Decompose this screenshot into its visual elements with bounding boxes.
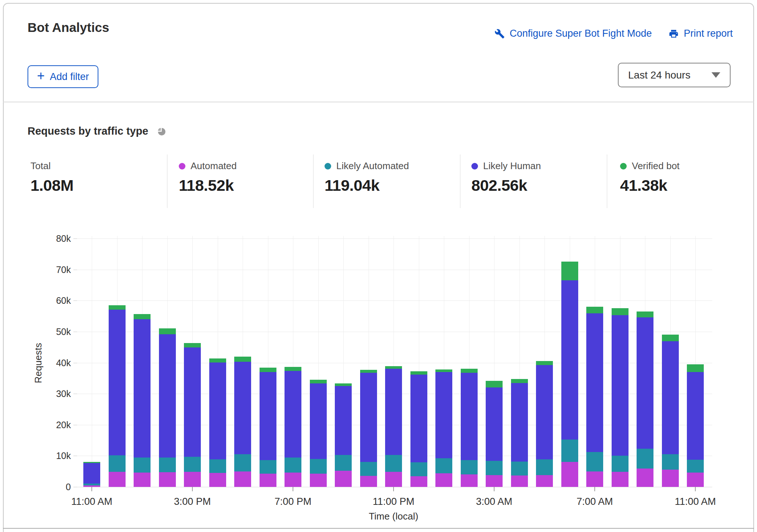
bar-segment-automated[interactable]	[360, 476, 377, 487]
bar-segment-verified-bot[interactable]	[184, 343, 201, 347]
chart-bar[interactable]	[687, 364, 704, 487]
chart-bar[interactable]	[234, 357, 251, 487]
bar-segment-automated[interactable]	[335, 471, 352, 487]
bar-segment-likely-automated[interactable]	[310, 459, 327, 474]
bar-segment-automated[interactable]	[310, 474, 327, 487]
bar-segment-automated[interactable]	[109, 472, 126, 487]
chart-bar[interactable]	[561, 262, 578, 487]
chart-bar[interactable]	[360, 370, 377, 487]
bar-segment-likely-automated[interactable]	[586, 452, 603, 471]
chart-bar[interactable]	[109, 305, 126, 487]
bar-segment-verified-bot[interactable]	[385, 366, 402, 369]
chart-bar[interactable]	[159, 328, 176, 487]
bar-segment-automated[interactable]	[687, 473, 704, 487]
bar-segment-likely-automated[interactable]	[184, 457, 201, 472]
chart-bar[interactable]	[83, 462, 100, 487]
chart-bar[interactable]	[461, 369, 478, 487]
bar-segment-likely-human[interactable]	[335, 386, 352, 455]
bar-segment-likely-automated[interactable]	[486, 461, 503, 475]
bar-segment-likely-human[interactable]	[687, 372, 704, 460]
bar-segment-likely-automated[interactable]	[687, 460, 704, 473]
bar-segment-automated[interactable]	[586, 471, 603, 487]
chart-bar[interactable]	[612, 308, 629, 487]
bar-segment-automated[interactable]	[385, 472, 402, 487]
bar-segment-likely-human[interactable]	[662, 341, 679, 454]
bar-segment-likely-human[interactable]	[486, 387, 503, 461]
bar-segment-verified-bot[interactable]	[586, 307, 603, 313]
bar-segment-likely-automated[interactable]	[234, 454, 251, 471]
bar-segment-likely-human[interactable]	[435, 372, 452, 458]
bar-segment-verified-bot[interactable]	[285, 367, 301, 371]
configure-super-bot-fight-mode-link[interactable]: Configure Super Bot Fight Mode	[495, 28, 652, 39]
bar-segment-verified-bot[interactable]	[234, 357, 251, 362]
bar-segment-verified-bot[interactable]	[662, 335, 679, 341]
bar-segment-verified-bot[interactable]	[335, 383, 352, 386]
bar-segment-likely-automated[interactable]	[260, 460, 276, 474]
bar-segment-automated[interactable]	[209, 473, 226, 487]
bar-segment-verified-bot[interactable]	[461, 369, 478, 372]
chart-bar[interactable]	[511, 379, 528, 487]
bar-segment-automated[interactable]	[461, 474, 478, 487]
time-range-select[interactable]: Last 24 hours	[618, 63, 731, 87]
bar-segment-automated[interactable]	[159, 472, 176, 487]
bar-segment-likely-human[interactable]	[234, 362, 251, 454]
chart-bar[interactable]	[335, 383, 352, 487]
bar-segment-likely-human[interactable]	[536, 365, 553, 459]
bar-segment-automated[interactable]	[486, 475, 503, 487]
bar-segment-likely-human[interactable]	[385, 369, 402, 455]
bar-segment-verified-bot[interactable]	[486, 381, 503, 387]
bar-segment-likely-human[interactable]	[83, 463, 100, 484]
bar-segment-likely-automated[interactable]	[134, 458, 151, 473]
bar-segment-automated[interactable]	[184, 472, 201, 487]
stat-likely-human[interactable]: Likely Human802.56k	[471, 160, 541, 194]
bar-segment-likely-human[interactable]	[310, 383, 327, 459]
bar-segment-verified-bot[interactable]	[511, 379, 528, 383]
bar-segment-likely-automated[interactable]	[511, 462, 528, 475]
bar-segment-verified-bot[interactable]	[310, 380, 327, 383]
bar-segment-verified-bot[interactable]	[612, 308, 629, 315]
bar-segment-automated[interactable]	[637, 469, 653, 487]
bar-segment-likely-human[interactable]	[159, 334, 176, 458]
bar-segment-likely-human[interactable]	[209, 362, 226, 459]
bar-segment-likely-automated[interactable]	[461, 460, 478, 474]
bar-segment-likely-automated[interactable]	[360, 462, 377, 475]
chart-bar[interactable]	[536, 361, 553, 487]
bar-segment-likely-human[interactable]	[410, 375, 427, 462]
bar-segment-likely-automated[interactable]	[109, 455, 126, 472]
chart-bar[interactable]	[662, 335, 679, 487]
bar-segment-likely-automated[interactable]	[637, 449, 653, 469]
chart-bar[interactable]	[486, 381, 503, 487]
bar-segment-likely-human[interactable]	[612, 315, 629, 456]
chart-bar[interactable]	[435, 369, 452, 487]
stat-verified-bot[interactable]: Verified bot41.38k	[620, 160, 680, 194]
bar-segment-automated[interactable]	[511, 475, 528, 487]
bar-segment-verified-bot[interactable]	[134, 314, 151, 319]
bar-segment-likely-human[interactable]	[360, 373, 377, 462]
stat-automated[interactable]: Automated118.52k	[179, 160, 237, 194]
bar-segment-likely-human[interactable]	[511, 383, 528, 461]
bar-segment-likely-automated[interactable]	[159, 458, 176, 473]
bar-segment-verified-bot[interactable]	[435, 369, 452, 372]
bar-segment-likely-human[interactable]	[260, 372, 276, 460]
bar-segment-likely-automated[interactable]	[410, 462, 427, 476]
bar-segment-likely-automated[interactable]	[561, 440, 578, 462]
chart-bar[interactable]	[184, 343, 201, 487]
bar-segment-automated[interactable]	[536, 475, 553, 487]
bar-segment-verified-bot[interactable]	[260, 368, 276, 372]
stat-total[interactable]: Total1.08M	[30, 160, 73, 194]
bar-segment-automated[interactable]	[612, 472, 629, 487]
bar-segment-automated[interactable]	[435, 473, 452, 487]
bar-segment-likely-human[interactable]	[134, 319, 151, 458]
chart-bar[interactable]	[385, 366, 402, 487]
bar-segment-automated[interactable]	[260, 474, 276, 487]
bar-segment-verified-bot[interactable]	[159, 328, 176, 334]
bar-segment-verified-bot[interactable]	[360, 370, 377, 373]
bar-segment-likely-human[interactable]	[461, 373, 478, 460]
chart-bar[interactable]	[586, 307, 603, 487]
chart-bar[interactable]	[209, 358, 226, 487]
bar-segment-likely-automated[interactable]	[662, 454, 679, 470]
bar-segment-verified-bot[interactable]	[687, 364, 704, 372]
bar-segment-verified-bot[interactable]	[209, 358, 226, 362]
bar-segment-automated[interactable]	[134, 473, 151, 487]
bar-segment-likely-human[interactable]	[586, 313, 603, 452]
